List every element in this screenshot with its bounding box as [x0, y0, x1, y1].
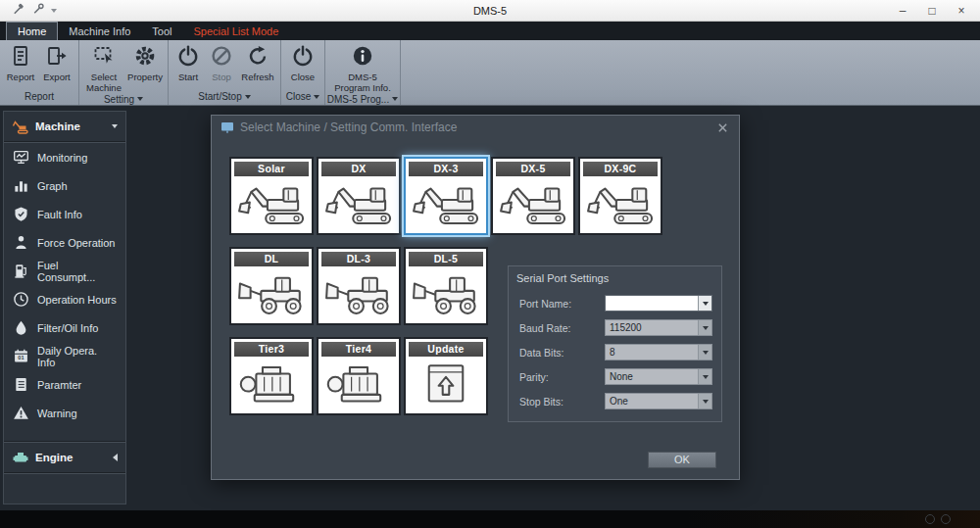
taskbar-status-icon[interactable] [925, 514, 935, 524]
parity-caret-button[interactable] [698, 369, 711, 384]
stop-bits-select[interactable]: One [605, 393, 712, 409]
parity-row: Parity: None [509, 364, 721, 389]
group-dropdown-caret [137, 97, 143, 101]
sidebar-item-warning[interactable]: Warning [4, 399, 125, 427]
baud-rate-select[interactable]: 115200 [605, 319, 712, 336]
select-machine-button[interactable]: Select Machine [82, 42, 125, 94]
sidebar-item-operation-hours[interactable]: Operation Hours [4, 285, 125, 313]
port-name-label: Port Name: [519, 298, 605, 310]
maximize-button[interactable]: □ [917, 1, 947, 21]
sidebar-item-monitoring[interactable]: Monitoring [4, 143, 125, 171]
sidebar-item-label: Daily Opera. Info [37, 345, 117, 368]
port-name-caret-button[interactable] [698, 296, 711, 311]
data-bits-select[interactable]: 8 [605, 344, 712, 360]
ribbon: Report Export Report Select Machine Prop… [0, 40, 980, 106]
chevron-down-icon [703, 375, 709, 379]
tab-tool[interactable]: Tool [141, 22, 182, 40]
machine-tile-dx-9c[interactable]: DX-9C [578, 157, 662, 235]
group-label-text: Start/Stop [198, 91, 241, 102]
close-button[interactable]: Close [284, 42, 321, 90]
refresh-button[interactable]: Refresh [238, 42, 277, 90]
machine-tile-tier4[interactable]: Tier4 [317, 337, 401, 415]
machine-tile-tier3[interactable]: Tier3 [229, 337, 314, 415]
select-machine-button-label: Select Machine [85, 72, 122, 94]
ribbon-group-label-close[interactable]: Close [281, 90, 324, 105]
stop-button[interactable]: Stop [205, 42, 238, 90]
engine-icon [12, 449, 29, 466]
machine-tile-dl[interactable]: DL [229, 247, 314, 325]
stop-bits-value: One [606, 394, 698, 408]
machine-tile-solar[interactable]: Solar [229, 157, 314, 235]
port-name-select[interactable] [605, 295, 712, 312]
engine-collapse-caret[interactable] [113, 454, 118, 461]
machine-tile-dl-3[interactable]: DL-3 [317, 247, 401, 325]
sidebar-item-filter-oil-info[interactable]: Filter/Oil Info [4, 313, 125, 342]
sidebar-header-machine[interactable]: Machine [4, 112, 125, 141]
taskbar-status-icon[interactable] [941, 514, 951, 524]
ribbon-group-label-report[interactable]: Report [0, 90, 78, 105]
engine-art [235, 359, 308, 411]
property-button[interactable]: Property [125, 42, 165, 94]
dialog-close-button[interactable] [714, 120, 730, 135]
sidebar-item-label: Paramter [37, 379, 81, 391]
data-bits-caret-button[interactable] [698, 345, 711, 360]
machine-dropdown-caret[interactable] [112, 124, 118, 128]
title-bar: DMS-5 – □ × [0, 0, 980, 22]
sidebar-item-label: Force Operation [37, 237, 115, 249]
graph-icon [13, 177, 29, 194]
sidebar-item-graph[interactable]: Graph [4, 171, 125, 200]
tab-special-list-mode[interactable]: Special List Mode [183, 22, 290, 40]
sidebar-machine-label: Machine [35, 120, 80, 132]
sidebar-item-daily-operation-info[interactable]: 01 Daily Opera. Info [4, 342, 125, 370]
ok-button[interactable]: OK [648, 452, 716, 468]
ribbon-group-label-program[interactable]: DMS-5 Prog... [325, 94, 400, 107]
machine-tile-dl-5[interactable]: DL-5 [404, 247, 488, 325]
tile-row-excavators: Solar DX DX-3 DX-5 [229, 157, 662, 235]
export-button[interactable]: Export [38, 42, 75, 90]
machine-tile-dx-3[interactable]: DX-3 [404, 157, 488, 235]
machine-tile-dx[interactable]: DX [317, 157, 401, 235]
close-window-button[interactable]: × [947, 1, 976, 21]
minimize-button[interactable]: – [888, 1, 917, 21]
export-icon [45, 44, 69, 72]
sidebar-item-force-operation[interactable]: Force Operation [4, 228, 125, 257]
machine-tile-update[interactable]: Update [404, 337, 488, 415]
quick-access-caret[interactable] [51, 9, 57, 13]
program-info-button-label: DMS-5 Program Info. [331, 72, 394, 94]
ribbon-group-label-start-stop[interactable]: Start/Stop [169, 90, 280, 105]
chevron-down-icon [703, 351, 709, 355]
sidebar-item-label: Warning [37, 408, 77, 419]
start-power-icon [176, 44, 200, 72]
tab-machine-info[interactable]: Machine Info [58, 22, 141, 40]
info-icon [351, 44, 374, 72]
hammer-icon[interactable] [12, 2, 24, 20]
tab-home[interactable]: Home [6, 22, 58, 40]
fuel-pump-icon [13, 263, 29, 279]
machine-tile-dx-5[interactable]: DX-5 [491, 157, 575, 235]
sidebar-header-engine[interactable]: Engine [4, 443, 125, 472]
baud-rate-caret-button[interactable] [698, 320, 711, 335]
report-button[interactable]: Report [3, 42, 38, 90]
start-button-label: Start [178, 72, 198, 83]
tile-label: DL-3 [321, 252, 396, 266]
parity-select[interactable]: None [605, 368, 712, 385]
start-button[interactable]: Start [172, 42, 205, 90]
sidebar-engine-label: Engine [35, 452, 73, 463]
sidebar-item-fuel-consumption[interactable]: Fuel Consumpt... [4, 257, 125, 285]
stop-bits-row: Stop Bits: One [509, 389, 721, 413]
stop-bits-caret-button[interactable] [698, 394, 711, 408]
tile-label: DX-3 [409, 162, 483, 176]
dialog-title: Select Machine / Setting Comm. Interface [240, 120, 457, 134]
calendar-icon: 01 [13, 348, 29, 364]
wheel-loader-art [235, 268, 308, 321]
sidebar-footer [4, 474, 125, 504]
group-label-text: Setting [104, 94, 134, 105]
sidebar-item-parameter[interactable]: Paramter [4, 370, 125, 399]
sidebar-item-label: Fuel Consumpt... [37, 260, 117, 283]
program-info-button[interactable]: DMS-5 Program Info. [328, 42, 397, 94]
data-bits-row: Data Bits: 8 [509, 340, 721, 364]
wrench-icon[interactable] [31, 2, 44, 20]
ribbon-group-label-setting[interactable]: Setting [79, 94, 168, 107]
data-bits-label: Data Bits: [519, 347, 605, 359]
sidebar-item-fault-info[interactable]: Fault Info [4, 200, 125, 228]
